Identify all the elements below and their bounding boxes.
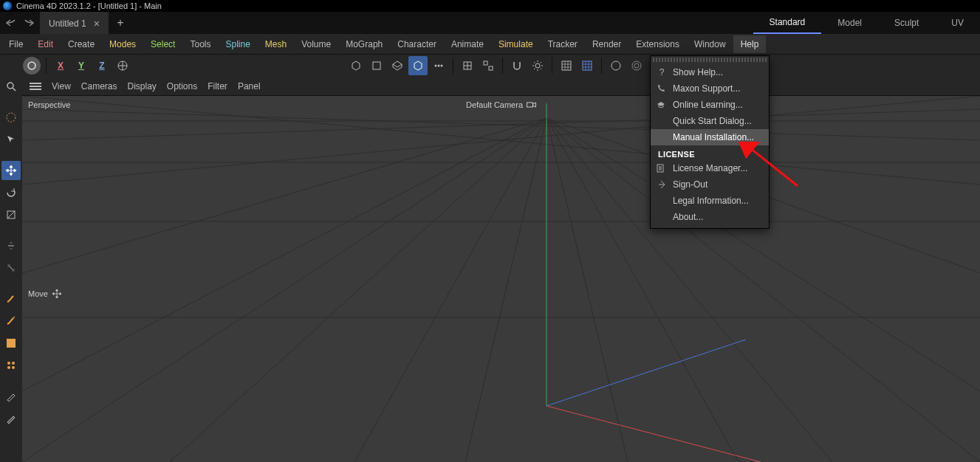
- help-show-help[interactable]: ?Show Help...: [651, 64, 769, 80]
- menu-mesh[interactable]: Mesh: [258, 35, 294, 53]
- add-tab-button[interactable]: +: [109, 12, 132, 34]
- menu-file[interactable]: File: [1, 35, 30, 53]
- svg-point-22: [7, 362, 10, 365]
- multi-dot-icon[interactable]: [1, 356, 21, 375]
- orange-square-icon[interactable]: [1, 334, 21, 353]
- move-tool-icon[interactable]: [1, 161, 21, 180]
- live-select-icon[interactable]: [1, 108, 21, 127]
- svg-rect-7: [484, 61, 487, 65]
- svg-line-42: [546, 118, 628, 462]
- viewmenu-options[interactable]: Options: [167, 81, 197, 92]
- world-axis-button[interactable]: [113, 56, 132, 75]
- circle1-icon[interactable]: [606, 56, 626, 75]
- hamburger-icon[interactable]: [30, 83, 41, 90]
- help-about[interactable]: About...: [651, 209, 769, 225]
- close-icon[interactable]: ×: [94, 18, 100, 30]
- svg-point-23: [12, 362, 15, 365]
- menu-simulate[interactable]: Simulate: [491, 35, 541, 53]
- prim-cube2-icon[interactable]: [367, 56, 386, 75]
- svg-rect-8: [489, 66, 493, 70]
- help-manual-installation[interactable]: Manual Installation...: [651, 129, 769, 145]
- prim-active-icon[interactable]: [408, 56, 428, 75]
- viewport-label: Perspective: [28, 100, 70, 109]
- brush1-icon[interactable]: [1, 289, 21, 308]
- prim-dots-icon[interactable]: [429, 56, 448, 75]
- axis-y-button[interactable]: Y: [72, 56, 91, 75]
- redo-button[interactable]: [21, 15, 35, 30]
- help-maxon-support[interactable]: Maxon Support...: [651, 80, 769, 97]
- svg-point-13: [632, 61, 641, 70]
- svg-point-16: [7, 113, 16, 122]
- recent-tool1-icon[interactable]: [1, 236, 21, 255]
- grid1-icon[interactable]: [557, 56, 576, 75]
- svg-line-35: [22, 118, 546, 462]
- viewmenu-view[interactable]: View: [52, 81, 71, 92]
- svg-line-39: [354, 118, 546, 462]
- scale-tool-icon[interactable]: [1, 205, 21, 224]
- menu-edit[interactable]: Edit: [30, 35, 61, 53]
- svg-rect-49: [527, 103, 532, 107]
- brush2-icon[interactable]: [1, 311, 21, 331]
- search-icon[interactable]: [1, 77, 21, 96]
- document-tab[interactable]: Untitled 1 ×: [40, 12, 109, 34]
- logo-icon[interactable]: [22, 56, 41, 75]
- menu-animate[interactable]: Animate: [444, 35, 491, 53]
- camera-label: Default Camera: [466, 100, 536, 109]
- svg-point-25: [12, 366, 15, 369]
- menu-tracker[interactable]: Tracker: [541, 35, 585, 53]
- svg-point-12: [611, 61, 620, 70]
- help-quick-start[interactable]: Quick Start Dialog...: [651, 113, 769, 129]
- help-online-learning[interactable]: Online Learning...: [651, 97, 769, 113]
- menu-create[interactable]: Create: [61, 35, 102, 53]
- coord-icon[interactable]: [458, 56, 477, 75]
- axis-z-button[interactable]: Z: [92, 56, 112, 75]
- menu-volume[interactable]: Volume: [294, 35, 338, 53]
- help-legal[interactable]: Legal Information...: [651, 193, 769, 209]
- svg-line-31: [22, 118, 546, 273]
- viewmenu-filter[interactable]: Filter: [208, 81, 227, 92]
- recent-tool2-icon[interactable]: [1, 258, 21, 277]
- svg-line-33: [22, 118, 546, 391]
- help-sign-out[interactable]: Sign-Out: [651, 176, 769, 193]
- viewmenu-display[interactable]: Display: [127, 81, 156, 92]
- viewport-column: View Cameras Display Options Filter Pane…: [22, 77, 980, 462]
- svg-line-47: [546, 406, 761, 462]
- phone-icon: [657, 84, 667, 93]
- help-dropdown: ?Show Help... Maxon Support... Online Le…: [650, 55, 770, 229]
- cursor-icon[interactable]: [1, 130, 21, 149]
- undo-button[interactable]: [4, 15, 19, 30]
- menu-modes[interactable]: Modes: [102, 35, 143, 53]
- dropdown-grip[interactable]: [653, 58, 767, 62]
- gear-icon[interactable]: [528, 56, 547, 75]
- layout-tab-model[interactable]: Model: [821, 12, 878, 34]
- layout-tab-uv[interactable]: UV: [935, 12, 980, 34]
- coord2-icon[interactable]: [479, 56, 498, 75]
- viewmenu-panel[interactable]: Panel: [238, 81, 261, 92]
- rotate-tool-icon[interactable]: [1, 183, 21, 202]
- grid2-icon[interactable]: [578, 56, 597, 75]
- magnet-icon[interactable]: [507, 56, 527, 75]
- camera-icon: [526, 101, 536, 108]
- axis-x-button[interactable]: X: [51, 56, 70, 75]
- menu-tools[interactable]: Tools: [182, 35, 218, 53]
- prim-cube-icon[interactable]: [346, 56, 366, 75]
- layout-tab-sculpt[interactable]: Sculpt: [878, 12, 935, 34]
- pen2-icon[interactable]: [1, 409, 21, 428]
- circle2-icon[interactable]: [627, 56, 646, 75]
- svg-point-4: [438, 65, 440, 67]
- prim-cube3-icon[interactable]: [388, 56, 407, 75]
- menu-character[interactable]: Character: [390, 35, 444, 53]
- menu-render[interactable]: Render: [585, 35, 628, 53]
- viewmenu-cameras[interactable]: Cameras: [81, 81, 117, 92]
- help-license-manager[interactable]: License Manager...: [651, 160, 769, 176]
- menu-mograph[interactable]: MoGraph: [338, 35, 390, 53]
- menu-extensions[interactable]: Extensions: [628, 35, 687, 53]
- menu-spline[interactable]: Spline: [218, 35, 257, 53]
- layout-tab-standard[interactable]: Standard: [753, 12, 822, 34]
- menu-select[interactable]: Select: [143, 35, 182, 53]
- menu-window[interactable]: Window: [687, 35, 733, 53]
- pen-icon[interactable]: [1, 387, 21, 406]
- 3d-viewport[interactable]: Perspective Default Camera Move: [22, 96, 980, 462]
- menu-help[interactable]: Help: [733, 35, 767, 53]
- signout-icon: [657, 180, 667, 189]
